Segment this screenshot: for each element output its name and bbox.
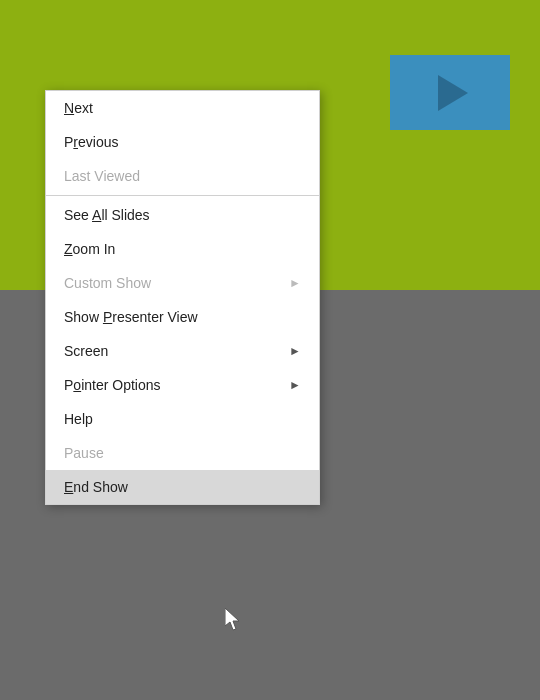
menu-item-see-all-slides[interactable]: See All Slides — [46, 198, 319, 232]
menu-item-show-presenter-view-label: Show Presenter View — [64, 309, 198, 325]
submenu-arrow-icon: ► — [289, 276, 301, 290]
context-menu: Next Previous Last Viewed See All Slides… — [45, 90, 320, 505]
menu-item-help-label: Help — [64, 411, 93, 427]
submenu-arrow-pointer-icon: ► — [289, 378, 301, 392]
menu-item-pointer-options[interactable]: Pointer Options ► — [46, 368, 319, 402]
menu-item-custom-show: Custom Show ► — [46, 266, 319, 300]
menu-item-previous[interactable]: Previous — [46, 125, 319, 159]
menu-item-end-show-label: End Show — [64, 479, 128, 495]
menu-item-next[interactable]: Next — [46, 91, 319, 125]
menu-item-zoom-in[interactable]: Zoom In — [46, 232, 319, 266]
play-button[interactable] — [390, 55, 510, 130]
menu-item-pause-label: Pause — [64, 445, 104, 461]
menu-item-last-viewed-label: Last Viewed — [64, 168, 140, 184]
menu-item-custom-show-label: Custom Show — [64, 275, 151, 291]
menu-separator-1 — [46, 195, 319, 196]
menu-item-see-all-slides-label: See All Slides — [64, 207, 150, 223]
menu-item-screen-label: Screen — [64, 343, 108, 359]
menu-item-show-presenter-view[interactable]: Show Presenter View — [46, 300, 319, 334]
menu-item-help[interactable]: Help — [46, 402, 319, 436]
menu-item-end-show[interactable]: End Show — [46, 470, 319, 504]
play-triangle-icon — [438, 75, 468, 111]
menu-item-pause: Pause — [46, 436, 319, 470]
menu-item-zoom-in-label: Zoom In — [64, 241, 115, 257]
menu-item-next-label: Next — [64, 100, 93, 116]
submenu-arrow-screen-icon: ► — [289, 344, 301, 358]
menu-item-previous-label: Previous — [64, 134, 118, 150]
menu-item-pointer-options-label: Pointer Options — [64, 377, 161, 393]
menu-item-last-viewed: Last Viewed — [46, 159, 319, 193]
menu-item-screen[interactable]: Screen ► — [46, 334, 319, 368]
